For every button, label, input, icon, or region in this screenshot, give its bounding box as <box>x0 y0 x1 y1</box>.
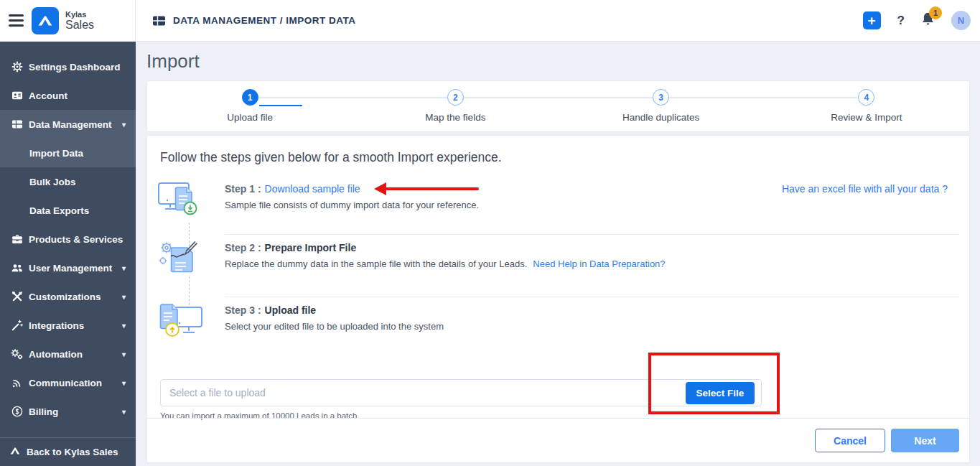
cancel-button[interactable]: Cancel <box>815 429 885 452</box>
sidebar-item-import-data[interactable]: Import Data <box>0 139 136 167</box>
hamburger-menu-icon[interactable] <box>7 11 25 29</box>
step-1-title: Step 1 :Download sample file <box>225 183 479 195</box>
sidebar: Kylas Sales Settings Dashboard Account D… <box>0 0 136 466</box>
step-label: Upload file <box>227 112 273 123</box>
step-label: Map the fields <box>425 112 485 123</box>
back-to-kylas-sales[interactable]: Back to Kylas Sales <box>0 437 136 466</box>
import-card: Follow the steps given below for a smoot… <box>146 135 970 463</box>
step-circle: 4 <box>858 89 874 106</box>
sidebar-nav: Settings Dashboard Account Data Manageme… <box>0 42 136 437</box>
step-label: Review & Import <box>831 112 902 123</box>
step-circle: 2 <box>447 89 464 106</box>
breadcrumb: DATA MANAGEMENT / IMPORT DATA <box>152 15 355 27</box>
sidebar-item-billing[interactable]: Billing ▾ <box>0 397 136 426</box>
brand-text: Kylas Sales <box>65 10 94 32</box>
breadcrumb-text: DATA MANAGEMENT / IMPORT DATA <box>173 15 355 26</box>
step-3-description: Select your edited file to be uploaded i… <box>225 321 444 332</box>
chevron-down-icon: ▾ <box>122 322 126 330</box>
tools-icon <box>11 291 23 302</box>
upload-section: Select File You can import a maximum of … <box>160 379 959 420</box>
sidebar-item-label: Billing <box>29 406 58 417</box>
sidebar-item-integrations[interactable]: Integrations ▾ <box>0 311 136 340</box>
sidebar-item-label: User Management <box>29 263 112 274</box>
sidebar-item-automation[interactable]: Automation ▾ <box>0 340 136 368</box>
instruction-steps: Step 1 :Download sample file Sample file… <box>157 181 959 355</box>
sidebar-item-label: Communication <box>29 378 102 388</box>
kylas-mark-icon <box>9 445 21 459</box>
sidebar-item-label: Automation <box>29 349 83 360</box>
briefcase-icon <box>11 233 23 245</box>
sidebar-item-data-management[interactable]: Data Management ▾ <box>0 110 136 139</box>
step-2-prefix: Step 2 : <box>225 242 261 253</box>
stepper-step-handle-duplicates: 3 Handle duplicates <box>559 89 764 123</box>
sidebar-item-label: Integrations <box>29 320 84 331</box>
step-2-description: Replace the dummy data in the sample fil… <box>225 258 666 269</box>
sidebar-item-account[interactable]: Account <box>0 81 136 110</box>
step-3-title-text: Upload file <box>265 304 317 316</box>
gear-icon <box>11 61 23 73</box>
gears-doc-pencil-icon <box>157 235 225 297</box>
instruction-step-1: Step 1 :Download sample file Sample file… <box>157 181 959 235</box>
step-2-title-text: Prepare Import File <box>265 242 357 253</box>
chevron-down-icon: ▾ <box>122 408 126 416</box>
gears-icon <box>11 348 23 360</box>
sidebar-item-customizations[interactable]: Customizations ▾ <box>0 282 136 311</box>
download-sample-file-link[interactable]: Download sample file <box>265 183 360 195</box>
sidebar-header: Kylas Sales <box>0 0 136 42</box>
sidebar-item-label: Settings Dashboard <box>29 62 121 73</box>
step-1-description: Sample file consists of dummy import dat… <box>225 200 479 210</box>
step-circle: 1 <box>242 89 258 106</box>
notification-badge: 1 <box>929 6 942 19</box>
stepper-step-review-import: 4 Review & Import <box>764 89 969 123</box>
step-3-prefix: Step 3 : <box>225 304 261 316</box>
chevron-down-icon: ▾ <box>122 350 126 358</box>
sidebar-item-bulk-jobs[interactable]: Bulk Jobs <box>0 167 136 196</box>
sidebar-item-label: Products & Services <box>29 234 123 245</box>
users-icon <box>11 262 23 274</box>
have-excel-file-link-text[interactable]: Have an excel file with all your data ? <box>782 183 948 195</box>
topbar-actions: + ? 1 N <box>863 11 971 30</box>
main-area: DATA MANAGEMENT / IMPORT DATA + ? 1 N Im… <box>136 0 980 466</box>
sidebar-item-label: Bulk Jobs <box>29 177 76 187</box>
stepper: 1 Upload file 2 Map the fields 3 Handle … <box>146 80 970 132</box>
wand-icon <box>11 320 23 331</box>
quick-add-button[interactable]: + <box>863 11 881 29</box>
monitor-download-doc-icon <box>157 181 225 235</box>
select-file-button[interactable]: Select File <box>686 382 755 404</box>
page-title: Import <box>146 50 970 72</box>
chevron-down-icon: ▾ <box>122 379 126 387</box>
topbar: DATA MANAGEMENT / IMPORT DATA + ? 1 N <box>136 0 980 42</box>
sidebar-item-data-exports[interactable]: Data Exports <box>0 196 136 225</box>
sidebar-item-label: Import Data <box>29 148 83 159</box>
chevron-down-icon: ▾ <box>122 121 126 129</box>
next-button[interactable]: Next <box>891 429 959 452</box>
sidebar-item-products-services[interactable]: Products & Services <box>0 225 136 253</box>
sidebar-item-communication[interactable]: Communication ▾ <box>0 368 136 397</box>
have-excel-file-link[interactable]: Have an excel file with all your data ? <box>782 181 959 234</box>
sidebar-item-label: Customizations <box>29 292 101 302</box>
card-footer: Cancel Next <box>147 418 969 462</box>
stepper-step-map-fields: 2 Map the fields <box>353 89 558 123</box>
brand-name-bottom: Sales <box>65 19 94 32</box>
chevron-down-icon: ▾ <box>122 264 126 272</box>
step-1-prefix: Step 1 : <box>225 183 261 195</box>
sidebar-item-label: Data Exports <box>29 205 89 216</box>
step-2-description-text: Replace the dummy data in the sample fil… <box>225 258 527 269</box>
content-area: Import 1 Upload file 2 Map the fields 3 … <box>136 42 980 466</box>
sidebar-item-user-management[interactable]: User Management ▾ <box>0 253 136 282</box>
instruction-step-2: Step 2 :Prepare Import File Replace the … <box>157 235 959 297</box>
instruction-step-3: Step 3 :Upload file Select your edited f… <box>157 297 959 355</box>
kylas-logo[interactable] <box>32 7 59 34</box>
stepper-step-upload-file: 1 Upload file <box>147 89 353 123</box>
help-button[interactable]: ? <box>897 14 905 28</box>
doc-upload-monitor-icon <box>157 297 225 355</box>
account-card-icon <box>11 90 23 101</box>
sidebar-item-settings-dashboard[interactable]: Settings Dashboard <box>0 52 136 81</box>
need-help-data-preparation-link[interactable]: Need Help in Data Preparation? <box>533 258 665 269</box>
avatar[interactable]: N <box>951 11 971 30</box>
chevron-down-icon: ▾ <box>122 293 126 301</box>
file-upload-input[interactable] <box>160 379 762 406</box>
sidebar-item-label: Data Management <box>29 119 112 130</box>
dollar-circle-icon <box>11 406 23 417</box>
notifications-button[interactable]: 1 <box>921 11 935 29</box>
